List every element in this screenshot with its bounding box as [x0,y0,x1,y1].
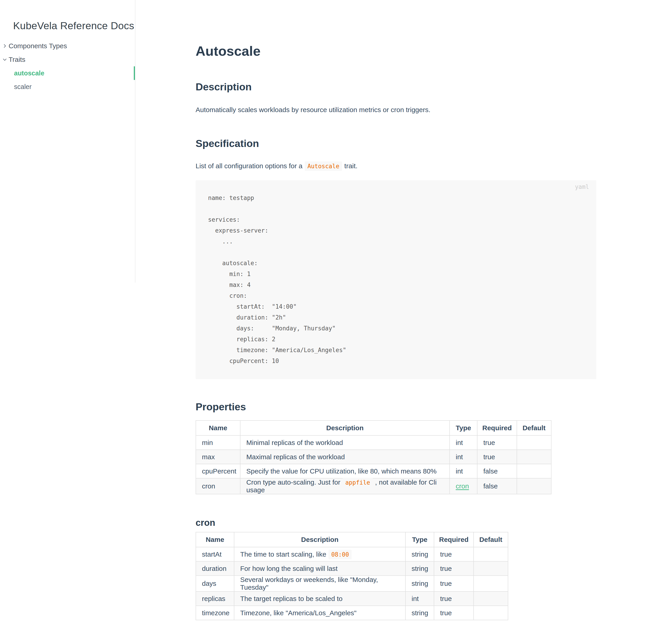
cron-type-link[interactable]: cron [456,482,469,490]
spec-intro-suffix: trait. [344,162,357,169]
table-row: startAt The time to start scaling, like0… [196,547,508,561]
inline-code-autoscale: Autoscale [305,161,342,171]
cell-description: Minimal replicas of the workload [240,435,450,450]
sidebar-item-autoscale[interactable]: autoscale [14,66,135,80]
sidebar-item-scaler-link[interactable]: scaler [14,83,31,90]
sidebar-section-label: Traits [8,56,25,63]
cell-type: int [405,591,434,606]
table-header-row: Name Description Type Required Default [196,532,508,547]
specification-heading: Specification [196,137,596,150]
column-header-required: Required [434,532,473,547]
cell-description: Specify the value for CPU utilization, l… [240,464,450,478]
column-header-description: Description [234,532,405,547]
cell-description: Maximal replicas of the workload [240,450,450,464]
column-header-default: Default [517,421,551,435]
sidebar-section-traits[interactable]: Traits [0,53,135,66]
cell-name: cron [196,478,240,494]
cell-description-prefix: Cron type auto-scaling. Just for [246,479,340,486]
table-row: cpuPercent Specify the value for CPU uti… [196,464,551,478]
cron-table: Name Description Type Required Default s… [196,532,508,620]
sidebar-section-components-types[interactable]: Components Types [0,39,135,53]
sidebar-item-autoscale-link[interactable]: autoscale [14,70,44,77]
column-header-default: Default [473,532,508,547]
sidebar-section-label: Components Types [8,42,67,50]
cell-required: true [434,606,473,620]
table-row: cron Cron type auto-scaling. Just forapp… [196,478,551,494]
properties-table: Name Description Type Required Default m… [196,420,551,494]
cell-required: false [477,478,517,494]
cell-default [517,450,551,464]
cell-description-prefix: The time to start scaling, like [240,551,326,558]
column-header-name: Name [196,532,234,547]
cell-description: Cron type auto-scaling. Just forappfile,… [240,478,450,494]
cell-name: duration [196,561,234,575]
cell-required: true [434,591,473,606]
chevron-down-icon[interactable] [2,57,7,62]
cell-description: Several workdays or weekends, like "Mond… [234,575,405,591]
chevron-right-icon[interactable] [2,44,7,49]
cell-default [517,435,551,450]
cell-required: true [434,561,473,575]
table-row: replicas The target replicas to be scale… [196,591,508,606]
table-row: min Minimal replicas of the workload int… [196,435,551,450]
inline-code-appfile: appfile [343,478,373,487]
cell-type: string [405,606,434,620]
cell-default [473,561,508,575]
inline-code-0800: 08:00 [328,550,352,559]
spec-intro-prefix: List of all configuration options for a [196,162,302,169]
cell-type: string [405,561,434,575]
cell-name: replicas [196,591,234,606]
column-header-required: Required [477,421,517,435]
column-header-type: Type [405,532,434,547]
sidebar-item-scaler[interactable]: scaler [14,80,135,93]
cell-name: days [196,575,234,591]
code-language-label: yaml [575,183,589,190]
cell-required: true [477,435,517,450]
sidebar-nav: Components Types Traits autoscale scaler [0,39,135,93]
cell-default [473,575,508,591]
cell-type: cron [450,478,477,494]
cell-type: string [405,575,434,591]
cell-default [517,464,551,478]
cell-name: max [196,450,240,464]
table-row: days Several workdays or weekends, like … [196,575,508,591]
cell-type: int [450,450,477,464]
cell-required: true [477,450,517,464]
table-header-row: Name Description Type Required Default [196,421,551,435]
cell-default [473,591,508,606]
cell-name: min [196,435,240,450]
table-row: max Maximal replicas of the workload int… [196,450,551,464]
cell-type: int [450,464,477,478]
cell-type: int [450,435,477,450]
column-header-description: Description [240,421,450,435]
sidebar: KubeVela Reference Docs Components Types… [0,0,135,283]
cell-default [517,478,551,494]
traits-sub-list: autoscale scaler [0,66,135,93]
cell-required: true [434,575,473,591]
cell-name: cpuPercent [196,464,240,478]
properties-heading: Properties [196,401,596,413]
cell-required: false [477,464,517,478]
page-title: Autoscale [196,43,596,59]
yaml-code: name: testapp services: express-server: … [208,192,583,366]
cell-required: true [434,547,473,561]
sidebar-section-traits-group: Traits autoscale scaler [0,53,135,93]
cell-type: string [405,547,434,561]
cell-description: For how long the scaling will last [234,561,405,575]
table-row: timezone Timezone, like "America/Los_Ang… [196,606,508,620]
cell-default [473,547,508,561]
cell-description: Timezone, like "America/Los_Angeles" [234,606,405,620]
column-header-type: Type [450,421,477,435]
cell-name: startAt [196,547,234,561]
cell-description: The time to start scaling, like08:00 [234,547,405,561]
main-content: Autoscale Description Automatically scal… [196,0,596,620]
yaml-code-block: yamlname: testapp services: express-serv… [196,180,596,379]
column-header-name: Name [196,421,240,435]
cell-default [473,606,508,620]
specification-intro: List of all configuration options for aA… [196,159,596,173]
cell-name: timezone [196,606,234,620]
app-title[interactable]: KubeVela Reference Docs [13,20,134,32]
table-row: duration For how long the scaling will l… [196,561,508,575]
description-heading: Description [196,81,596,93]
description-text: Automatically scales workloads by resour… [196,104,596,115]
